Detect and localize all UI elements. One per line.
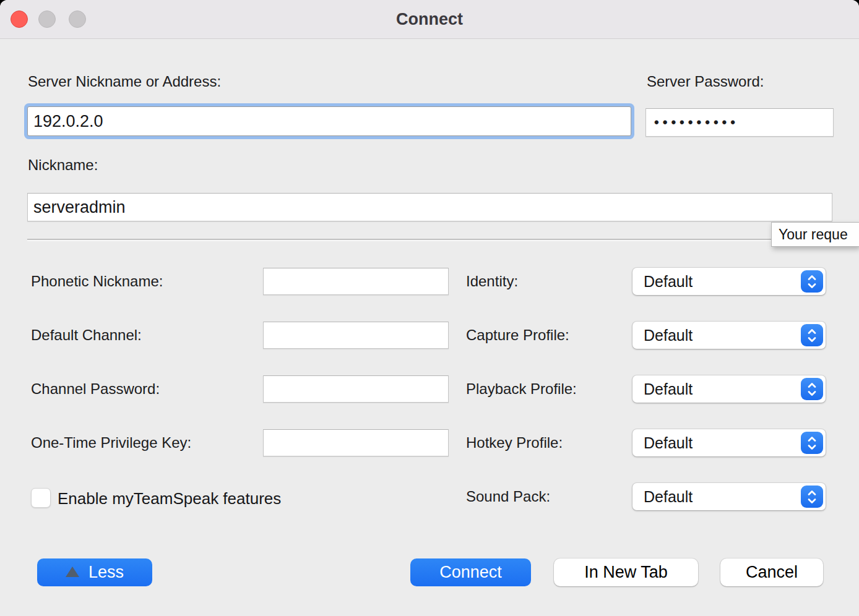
close-button[interactable]	[11, 11, 28, 28]
collapse-triangle-icon	[66, 567, 79, 577]
channel-password-label: Channel Password:	[31, 380, 160, 398]
hotkey-profile-label: Hotkey Profile:	[466, 434, 563, 451]
nickname-input[interactable]	[27, 193, 832, 221]
zoom-button[interactable]	[69, 11, 86, 28]
server-address-label: Server Nickname or Address:	[28, 73, 221, 90]
sound-pack-select[interactable]: Default	[632, 483, 826, 510]
less-button[interactable]: Less	[37, 558, 152, 586]
connect-button[interactable]: Connect	[410, 558, 531, 586]
sound-pack-label: Sound Pack:	[466, 488, 550, 505]
default-channel-label: Default Channel:	[31, 327, 142, 344]
chevron-up-down-icon	[801, 378, 823, 400]
phonetic-nickname-label: Phonetic Nickname:	[31, 273, 163, 290]
capture-profile-select-value: Default	[644, 322, 693, 349]
section-separator	[27, 239, 859, 241]
cancel-button[interactable]: Cancel	[720, 558, 823, 586]
less-button-label: Less	[88, 563, 124, 582]
capture-profile-select[interactable]: Default	[632, 322, 826, 349]
chevron-up-down-icon	[801, 324, 823, 346]
channel-password-input[interactable]	[263, 375, 449, 403]
capture-profile-label: Capture Profile:	[466, 327, 569, 344]
in-new-tab-button[interactable]: In New Tab	[554, 558, 698, 586]
hotkey-profile-select[interactable]: Default	[632, 429, 826, 456]
chevron-up-down-icon	[801, 432, 823, 454]
chevron-up-down-icon	[801, 270, 823, 293]
titlebar: Connect	[0, 0, 859, 39]
enable-myteamspeak-label: Enable myTeamSpeak features	[58, 489, 281, 508]
server-address-input[interactable]	[27, 106, 631, 136]
hotkey-profile-select-value: Default	[644, 429, 693, 456]
connect-button-label: Connect	[439, 563, 502, 582]
identity-select[interactable]: Default	[632, 268, 826, 295]
tooltip: Your reque	[771, 222, 859, 247]
in-new-tab-button-label: In New Tab	[584, 563, 668, 582]
phonetic-nickname-input[interactable]	[263, 268, 449, 295]
cancel-button-label: Cancel	[746, 563, 798, 582]
identity-select-value: Default	[644, 268, 693, 295]
chevron-up-down-icon	[801, 486, 823, 508]
nickname-label: Nickname:	[28, 156, 98, 174]
window-title: Connect	[0, 0, 859, 38]
connect-dialog-window: Connect Server Nickname or Address: Serv…	[0, 0, 859, 616]
identity-label: Identity:	[466, 273, 518, 290]
minimize-button[interactable]	[38, 11, 56, 28]
playback-profile-label: Playback Profile:	[466, 380, 577, 398]
server-password-label: Server Password:	[647, 73, 764, 90]
enable-myteamspeak-checkbox[interactable]	[31, 488, 51, 508]
sound-pack-select-value: Default	[644, 483, 693, 510]
one-time-privilege-key-input[interactable]	[263, 429, 449, 456]
playback-profile-select-value: Default	[644, 375, 693, 403]
one-time-privilege-key-label: One-Time Privilege Key:	[31, 434, 191, 451]
playback-profile-select[interactable]: Default	[632, 375, 826, 403]
server-password-input[interactable]	[645, 108, 834, 137]
default-channel-input[interactable]	[263, 322, 449, 349]
